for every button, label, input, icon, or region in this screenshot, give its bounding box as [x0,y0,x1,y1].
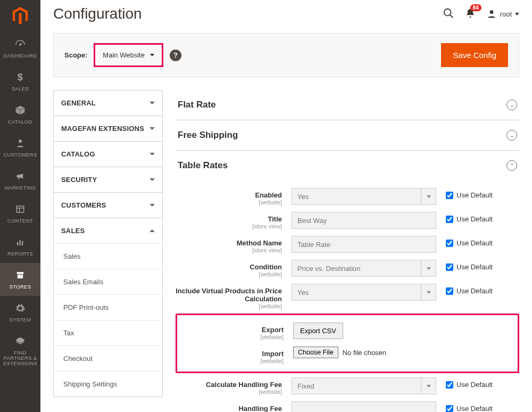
notifications-icon[interactable]: 84 [465,7,476,21]
select-value: Yes [297,193,309,201]
cfg-sub-tax[interactable]: Tax [54,320,162,345]
partners-icon [1,334,39,348]
cfg-tab-general[interactable]: GENERAL [54,90,162,116]
field-method: Method Name[store view] Table Rate Use D… [176,233,519,257]
section-toggle-flat-rate[interactable]: Flat Rate ⌄ [176,90,519,120]
calc-handling-select[interactable]: Fixed [292,377,436,394]
field-scope: [website] [176,271,282,277]
nav-customers[interactable]: CUSTOMERS [0,131,40,164]
use-default-condition[interactable]: Use Default [446,260,493,271]
cfg-sub-shipping-settings[interactable]: Shipping Settings [54,372,162,397]
field-scope: [website] [176,303,282,309]
user-name: root [500,10,512,18]
nav-label: REPORTS [1,251,39,257]
svg-rect-5 [20,240,21,245]
gear-icon [1,301,39,315]
export-csv-button[interactable]: Export CSV [293,323,343,339]
field-condition: Condition[website] Price vs. Destination… [176,257,519,281]
nav-content[interactable]: CONTENT [0,197,40,230]
field-scope: [store view] [176,247,282,253]
field-label: Handling Fee [176,405,282,412]
export-import-highlight: Export[website] Export CSV Import[websit… [176,314,519,373]
nav-dashboard[interactable]: DASHBOARD [0,32,40,65]
svg-rect-6 [22,241,23,245]
section-toggle-free-shipping[interactable]: Free Shipping ⌄ [176,120,519,150]
cfg-tab-customers[interactable]: CUSTOMERS [54,193,162,218]
use-default-label: Use Default [456,405,493,412]
nav-marketing[interactable]: MARKETING [0,164,40,197]
cfg-sub-checkout[interactable]: Checkout [54,346,162,371]
use-default-checkbox[interactable] [446,216,453,223]
use-default-virtual[interactable]: Use Default [446,284,493,295]
nav-label: STORES [1,284,39,290]
chevron-down-icon [149,204,155,207]
svg-point-2 [19,139,22,143]
field-scope: [store view] [176,223,282,229]
use-default-checkbox[interactable] [446,192,453,199]
scope-selector[interactable]: Main Website [94,43,163,67]
use-default-checkbox[interactable] [446,381,453,389]
nav-sales[interactable]: $ SALES [0,65,40,98]
cfg-sub-sales[interactable]: Sales [54,244,162,269]
field-label: Export [177,326,284,334]
field-virtual: Include Virtual Products in Price Calcul… [176,281,519,312]
section-free-shipping: Free Shipping ⌄ [176,120,519,151]
choose-file-button[interactable]: Choose File [293,347,338,358]
method-input[interactable]: Table Rate [292,236,436,253]
svg-point-0 [20,44,21,45]
use-default-checkbox[interactable] [446,405,453,413]
cfg-sub-sales-emails[interactable]: Sales Emails [54,269,162,294]
use-default-label: Use Default [456,191,493,199]
file-status: No file chosen [343,349,386,357]
use-default-checkbox[interactable] [446,287,453,295]
cfg-tab-catalog[interactable]: CATALOG [54,142,162,167]
magento-logo[interactable] [0,0,40,32]
save-config-button[interactable]: Save Config [441,43,508,67]
scope-value: Main Website [103,51,145,59]
cfg-sub-pdf[interactable]: PDF Print-outs [54,295,162,320]
use-default-checkbox[interactable] [446,263,453,271]
nav-label: CATALOG [1,119,39,125]
field-label: Condition [176,263,282,271]
use-default-method[interactable]: Use Default [446,236,493,247]
nav-label: SALES [1,86,39,92]
use-default-checkbox[interactable] [446,240,453,247]
cfg-tab-label: CATALOG [61,150,95,158]
use-default-label: Use Default [456,239,493,247]
scope-label: Scope: [64,51,87,59]
nav-catalog[interactable]: CATALOG [0,98,40,131]
cfg-tab-sales[interactable]: SALES [54,218,162,243]
section-flat-rate: Flat Rate ⌄ [176,90,519,120]
nav-partners[interactable]: FIND PARTNERS & EXTENSIONS [0,329,40,373]
title-input[interactable]: Best Way [292,212,436,229]
enabled-select[interactable]: Yes [292,188,436,205]
chevron-down-icon [149,127,155,130]
use-default-title[interactable]: Use Default [446,212,493,223]
virtual-select[interactable]: Yes [292,284,436,301]
svg-point-8 [489,10,493,14]
nav-system[interactable]: SYSTEM [0,296,40,329]
section-title: Table Rates [178,160,228,171]
nav-stores[interactable]: STORES [0,263,40,296]
user-menu[interactable]: root [486,9,519,19]
section-toggle-table-rates[interactable]: Table Rates ⌃ [176,151,519,180]
search-icon[interactable] [443,7,454,21]
nav-label: SYSTEM [1,317,39,323]
cfg-tab-security[interactable]: SECURITY [54,167,162,192]
cfg-tab-label: GENERAL [61,99,96,107]
field-label: Calculate Handling Fee [176,381,282,389]
cfg-tab-label: CUSTOMERS [61,201,106,209]
use-default-handfee[interactable]: Use Default [446,401,493,412]
condition-select[interactable]: Price vs. Destination [292,260,436,277]
person-icon [1,136,39,150]
chevron-down-icon: ⌄ [506,130,517,141]
cfg-tab-label: SALES [61,227,85,235]
handling-fee-input[interactable] [292,401,436,412]
help-icon[interactable]: ? [170,50,181,61]
nav-reports[interactable]: REPORTS [0,230,40,263]
use-default-calcfee[interactable]: Use Default [446,377,493,389]
box-icon [1,103,39,117]
cfg-tab-magefan[interactable]: MAGEFAN EXTENSIONS [54,116,162,141]
admin-nav: DASHBOARD $ SALES CATALOG CUSTOMERS MARK… [0,0,40,412]
use-default-enabled[interactable]: Use Default [446,188,493,199]
